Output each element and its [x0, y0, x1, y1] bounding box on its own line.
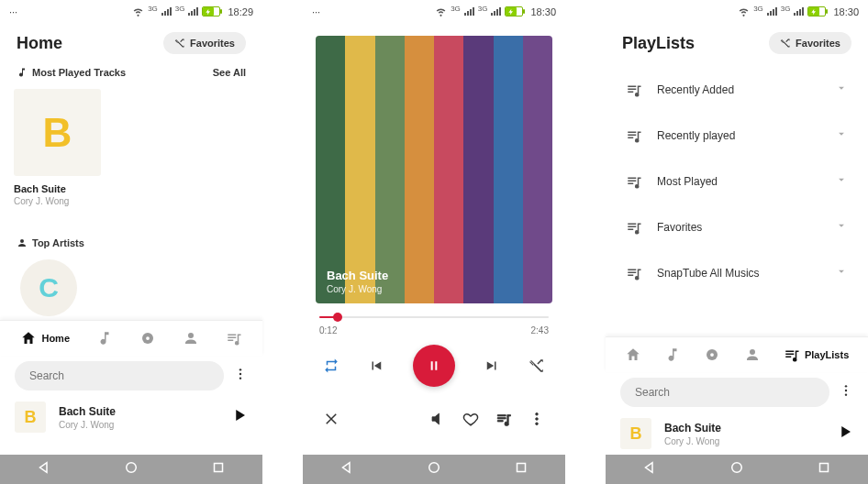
chevron-down-icon	[835, 127, 848, 140]
nav-playlists[interactable]	[226, 330, 242, 346]
back-button[interactable]	[36, 459, 52, 479]
artist-letter: C	[39, 272, 59, 303]
shuffle-icon	[529, 358, 545, 374]
battery-icon	[807, 6, 826, 16]
next-button[interactable]	[484, 358, 500, 374]
triangle-back-icon	[641, 459, 658, 476]
repeat-icon	[323, 358, 339, 374]
playlist-icon	[226, 330, 242, 346]
playlist-icon	[626, 127, 642, 144]
shuffle-icon	[780, 38, 791, 49]
nav-music[interactable]	[664, 346, 681, 363]
repeat-button[interactable]	[323, 358, 339, 374]
album-art[interactable]: Bach Suite Cory J. Wong	[316, 36, 552, 303]
wifi-icon	[738, 6, 750, 17]
playlist-row[interactable]: Recently played	[606, 113, 868, 159]
battery-icon	[505, 6, 523, 16]
volume-button[interactable]	[429, 411, 446, 431]
progress-bar[interactable]: 0:12 2:43	[319, 316, 549, 336]
artist-tile[interactable]: C	[20, 259, 77, 316]
progress-knob[interactable]	[333, 313, 342, 322]
nav-home-label: Home	[41, 333, 70, 344]
music-note-icon	[664, 346, 681, 363]
nav-artists[interactable]	[183, 330, 199, 346]
back-button[interactable]	[641, 459, 658, 479]
see-all-link[interactable]: See All	[213, 67, 246, 78]
nav-albums[interactable]	[139, 330, 156, 346]
np-art: B	[620, 418, 651, 449]
expand-button[interactable]	[835, 265, 848, 281]
favorites-button[interactable]: Favorites	[769, 32, 851, 54]
nav-home[interactable]: Home	[20, 330, 70, 346]
track-tile[interactable]: B Bach Suite Cory J. Wong	[14, 89, 101, 206]
more-button[interactable]	[529, 411, 545, 431]
now-playing-strip[interactable]: B Bach Suite Cory J. Wong	[0, 396, 262, 438]
favorites-button[interactable]: Favorites	[163, 32, 246, 54]
queue-button[interactable]	[495, 411, 512, 431]
expand-button[interactable]	[835, 219, 848, 236]
pause-button[interactable]	[413, 345, 455, 387]
play-icon	[231, 407, 248, 424]
square-recent-icon	[210, 459, 227, 476]
playlist-row[interactable]: SnapTube All Musics	[606, 250, 868, 296]
np-title: Bach Suite	[664, 422, 824, 434]
play-button[interactable]	[837, 424, 853, 444]
wifi-icon	[435, 6, 447, 17]
search-input[interactable]	[620, 378, 829, 407]
playlist-row[interactable]: Favorites	[606, 204, 868, 250]
nav-home[interactable]	[625, 346, 641, 363]
expand-button[interactable]	[835, 127, 848, 144]
play-button[interactable]	[231, 407, 248, 427]
svg-point-17	[732, 463, 742, 473]
volume-icon	[429, 411, 446, 427]
signal-bars-icon	[491, 7, 501, 16]
shuffle-button[interactable]	[529, 358, 545, 374]
network-label-2: 3G	[175, 5, 185, 13]
svg-point-8	[536, 418, 539, 421]
expand-button[interactable]	[835, 173, 848, 190]
back-button[interactable]	[339, 459, 355, 479]
favorite-button[interactable]	[462, 411, 479, 431]
home-button[interactable]	[729, 459, 745, 479]
recent-button[interactable]	[210, 459, 227, 479]
favorites-label: Favorites	[796, 38, 840, 49]
search-row	[0, 356, 262, 396]
expand-button[interactable]	[835, 82, 848, 98]
home-button[interactable]	[426, 459, 442, 479]
nav-playlists[interactable]: PlayLists	[784, 346, 849, 363]
nav-albums[interactable]	[704, 346, 720, 363]
chevron-down-icon	[835, 173, 848, 186]
nav-artists[interactable]	[744, 346, 761, 363]
bottom-nav: Home	[0, 320, 262, 356]
signal-bars-icon	[767, 7, 777, 16]
close-button[interactable]	[323, 411, 339, 431]
status-bar: ··· 3G 3G 18:30	[303, 0, 565, 23]
search-input[interactable]	[15, 361, 224, 390]
playlist-row[interactable]: Recently Added	[606, 67, 868, 113]
home-button[interactable]	[123, 459, 139, 479]
nav-playlists-label: PlayLists	[805, 349, 849, 360]
playlist-add-icon	[495, 411, 512, 427]
page-title: Home	[17, 34, 62, 53]
nav-music[interactable]	[96, 330, 113, 346]
recent-button[interactable]	[816, 459, 832, 479]
more-button[interactable]	[233, 367, 248, 385]
svg-rect-6	[215, 464, 223, 472]
svg-point-16	[845, 393, 847, 395]
recent-button[interactable]	[513, 459, 529, 479]
more-button[interactable]	[839, 383, 853, 402]
previous-button[interactable]	[368, 358, 384, 374]
status-time: 18:29	[228, 6, 253, 17]
np-title: Bach Suite	[59, 405, 218, 418]
svg-point-7	[536, 412, 539, 415]
now-playing-strip[interactable]: B Bach Suite Cory J. Wong	[606, 412, 868, 455]
network-label: 3G	[148, 5, 158, 13]
playlist-row[interactable]: Most Played	[606, 159, 868, 204]
signal-bars-icon	[161, 7, 172, 16]
np-artist: Cory J. Wong	[664, 436, 824, 446]
person-icon	[744, 346, 761, 363]
status-time: 18:30	[530, 6, 556, 17]
signal-bars-icon-2	[188, 7, 198, 16]
time-elapsed: 0:12	[319, 325, 337, 336]
heart-icon	[462, 411, 479, 427]
